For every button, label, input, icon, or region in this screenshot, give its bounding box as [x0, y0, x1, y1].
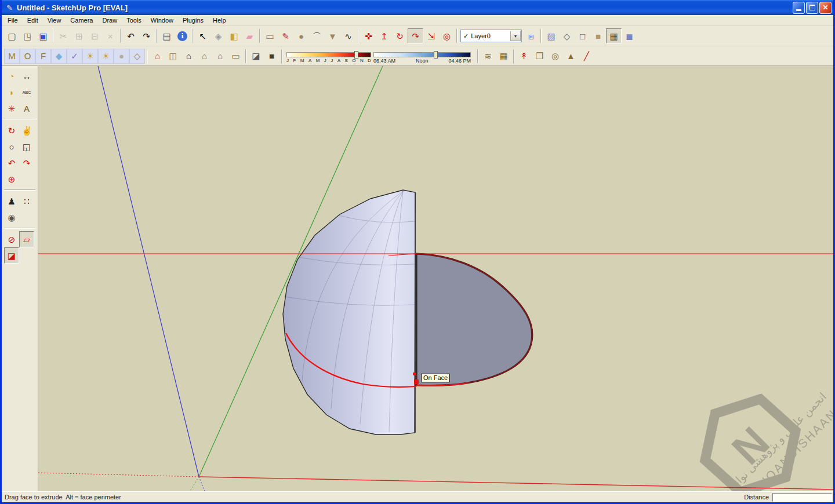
restore-button[interactable] [806, 2, 818, 14]
menu-camera[interactable]: Camera [66, 16, 97, 25]
shadow-time-handle[interactable] [434, 51, 438, 59]
print-button[interactable]: ▤ [159, 28, 175, 43]
menu-tools[interactable]: Tools [122, 16, 146, 25]
undo-button[interactable]: ↶ [123, 28, 139, 43]
layer-combo-dropdown-button[interactable]: ▼ [510, 31, 521, 41]
rectangle-button[interactable]: ▭ [262, 28, 278, 43]
paint-bucket-button[interactable]: ◧ [226, 28, 242, 43]
scale-button[interactable]: ⇲ [423, 28, 439, 43]
arc-button[interactable]: ⌒ [309, 28, 325, 43]
position-camera-button[interactable]: ♟ [4, 193, 19, 209]
layer-combo[interactable]: ✓ Layer0 ▼ [460, 30, 522, 42]
smoove-button[interactable]: ↟ [516, 49, 532, 64]
view-front-button[interactable]: ⌂ [181, 49, 197, 64]
delete-button[interactable]: × [103, 28, 118, 43]
model-info-button[interactable]: i [175, 28, 190, 43]
view-back-button[interactable]: ⌂ [197, 49, 212, 64]
model-viewport[interactable]: انجمن علمی و پژوهشی نواندیشان WWW.NOANDI… [38, 66, 833, 491]
shadow-date-handle[interactable] [354, 51, 358, 59]
layer-manager-button[interactable]: ⧈ [523, 28, 539, 43]
face-lightbulb-2-button[interactable]: ☀ [98, 49, 114, 64]
monochrome-mode-button[interactable]: ◼ [622, 28, 637, 43]
3d-text-button[interactable]: A [19, 100, 34, 116]
new-file-button[interactable]: ▢ [4, 28, 20, 43]
sphere-style-button[interactable]: ● [114, 49, 129, 64]
menu-window[interactable]: Window [146, 16, 178, 25]
add-detail-button[interactable]: ▲ [563, 49, 579, 64]
cube-style-button[interactable]: ◆ [51, 49, 67, 64]
follow-me-button[interactable]: ↷ [408, 28, 423, 43]
paste-button[interactable]: ⊟ [87, 28, 103, 43]
walk-button[interactable]: ∷ [19, 193, 34, 209]
zoom-extents-button[interactable]: ⊕ [4, 171, 19, 187]
circle-button[interactable]: ● [293, 28, 309, 43]
tape-measure-button[interactable]: ◔ [4, 68, 19, 84]
shadow-settings-button[interactable]: ◪ [248, 49, 264, 64]
select-button[interactable]: ↖ [195, 28, 210, 43]
cut-button[interactable]: ✂ [56, 28, 71, 43]
sandbox-from-scratch-button[interactable]: ▦ [496, 49, 511, 64]
wireframe-mode-button[interactable]: ◇ [559, 28, 575, 43]
previous-view-button[interactable]: ↶ [4, 155, 19, 171]
minimize-button[interactable] [793, 2, 805, 14]
offset-button[interactable]: ◎ [439, 28, 455, 43]
next-view-button[interactable]: ↷ [19, 155, 34, 171]
shadow-toggle-button[interactable]: ■ [264, 49, 279, 64]
menu-file[interactable]: File [3, 16, 23, 25]
flip-edge-button[interactable]: ╱ [579, 49, 594, 64]
save-button[interactable]: ▣ [35, 28, 51, 43]
shadow-time-slider[interactable]: 06:43 AM Noon 04:46 PM [373, 52, 471, 64]
axes-tool-button[interactable]: ✳ [4, 100, 19, 116]
view-top-button[interactable]: ⌂ [212, 49, 228, 64]
eraser-button[interactable]: ▰ [242, 28, 257, 43]
tag-o-button[interactable]: O [20, 49, 35, 64]
hidden-line-mode-button[interactable]: □ [575, 28, 590, 43]
push-pull-button[interactable]: ↥ [376, 28, 392, 43]
open-file-button[interactable]: ◳ [20, 28, 35, 43]
measurements-value-box[interactable] [772, 493, 832, 502]
stamp-button[interactable]: ❐ [532, 49, 547, 64]
close-button[interactable]: ✕ [819, 2, 832, 14]
text-button[interactable]: ABC [19, 84, 34, 100]
tag-f-button[interactable]: F [35, 49, 51, 64]
shaded-textures-mode-button[interactable]: ▦ [606, 28, 622, 43]
look-around-button[interactable]: ◉ [4, 209, 19, 225]
shadow-date-slider[interactable]: JFMAMJJASOND [286, 52, 371, 63]
pan-button[interactable]: ✌ [19, 122, 34, 138]
menu-help[interactable]: Help [208, 16, 231, 25]
view-iso-button[interactable]: ⌂ [150, 49, 165, 64]
title-bar[interactable]: ✎ Untitled - SketchUp Pro [EVAL] ✕ [2, 0, 833, 15]
section-plane-icon: ⊘ [8, 235, 16, 244]
shaded-mode-button[interactable]: ■ [590, 28, 606, 43]
display-section-cuts-button[interactable]: ◪ [4, 247, 19, 264]
zoom-window-button[interactable]: ◱ [19, 138, 34, 155]
make-component-button[interactable]: ◈ [210, 28, 226, 43]
redo-button[interactable]: ↷ [139, 28, 154, 43]
move-button[interactable]: ✜ [361, 28, 376, 43]
view-plan-button[interactable]: ▭ [228, 49, 244, 64]
protractor-button[interactable]: ◗ [4, 84, 19, 100]
view-side-button[interactable]: ◫ [165, 49, 181, 64]
zoom-button[interactable]: ○ [4, 138, 19, 155]
copy-button[interactable]: ⊞ [71, 28, 87, 43]
dimensions-button[interactable]: ↔ [19, 68, 34, 84]
menu-edit[interactable]: Edit [23, 16, 43, 25]
sandbox-from-contours-button[interactable]: ≋ [480, 49, 496, 64]
orbit-button[interactable]: ↻ [4, 122, 19, 138]
freehand-button[interactable]: ∿ [340, 28, 356, 43]
viewport-canvas[interactable]: انجمن علمی و پژوهشی نواندیشان WWW.NOANDI… [38, 66, 833, 491]
menu-plugins[interactable]: Plugins [178, 16, 208, 25]
face-lightbulb-1-button[interactable]: ☀ [82, 49, 98, 64]
xray-mode-button[interactable]: ▨ [543, 28, 559, 43]
rotate-button[interactable]: ↻ [392, 28, 408, 43]
polygon-button[interactable]: ▼ [325, 28, 340, 43]
section-plane-button[interactable]: ⊘ [4, 231, 19, 247]
drape-button[interactable]: ◎ [547, 49, 563, 64]
line-button[interactable]: ✎ [278, 28, 293, 43]
diamond-style-button[interactable]: ◇ [129, 49, 145, 64]
tag-m-button[interactable]: M [4, 49, 20, 64]
validate-style-button[interactable]: ✓ [67, 49, 82, 64]
menu-view[interactable]: View [43, 16, 66, 25]
menu-draw[interactable]: Draw [97, 16, 122, 25]
display-section-planes-button[interactable]: ▱ [19, 231, 34, 247]
